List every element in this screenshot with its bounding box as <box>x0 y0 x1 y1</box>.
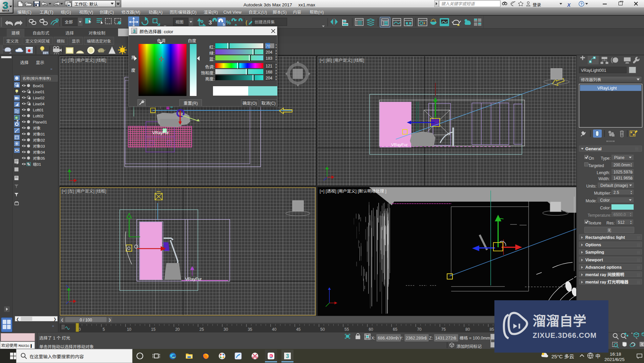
svg-text:10: 10 <box>127 326 131 332</box>
svg-text:30: 30 <box>224 326 228 332</box>
svg-text:50: 50 <box>320 326 325 332</box>
svg-text:70: 70 <box>417 326 422 332</box>
svg-text:{: { <box>246 18 248 26</box>
svg-text:75: 75 <box>441 326 446 332</box>
svg-text:85: 85 <box>490 326 494 332</box>
svg-text:[+] [顶] [用户定义] [线框]: [+] [顶] [用户定义] [线框] <box>62 57 106 63</box>
svg-text:35: 35 <box>248 326 253 332</box>
svg-text:55: 55 <box>344 326 349 332</box>
svg-text:3: 3 <box>286 352 289 360</box>
svg-text:40: 40 <box>272 326 277 332</box>
svg-text:VRayFur: VRayFur <box>185 275 202 282</box>
svg-text:80: 80 <box>466 326 470 332</box>
svg-text:65: 65 <box>393 326 397 332</box>
svg-text:溜溜自学: 溜溜自学 <box>533 310 586 330</box>
svg-text:ZIXUE.3D66.COM: ZIXUE.3D66.COM <box>533 329 597 340</box>
svg-text:5: 5 <box>103 326 105 332</box>
svg-text:MAX: MAX <box>2 8 9 13</box>
svg-text:15: 15 <box>151 326 156 332</box>
svg-text:60: 60 <box>369 326 373 332</box>
svg-text:VRayFur: VRayFur <box>152 129 169 136</box>
svg-text:3: 3 <box>209 18 212 26</box>
svg-text:%: % <box>226 18 231 26</box>
svg-text:?: ? <box>580 1 583 6</box>
svg-text:[+] [前] [用户定义] [线框]: [+] [前] [用户定义] [线框] <box>320 57 364 63</box>
svg-text:25: 25 <box>200 326 204 332</box>
svg-text:[+] [左] [用户定义] [线框]: [+] [左] [用户定义] [线框] <box>62 188 106 194</box>
svg-text:VRayFur: VRayFur <box>391 141 408 148</box>
svg-text:45: 45 <box>296 326 301 332</box>
svg-text:20: 20 <box>175 326 180 332</box>
svg-text:[+] [透视] [用户定义] [默认明暗处理 ]: [+] [透视] [用户定义] [默认明暗处理 ] <box>320 188 386 194</box>
